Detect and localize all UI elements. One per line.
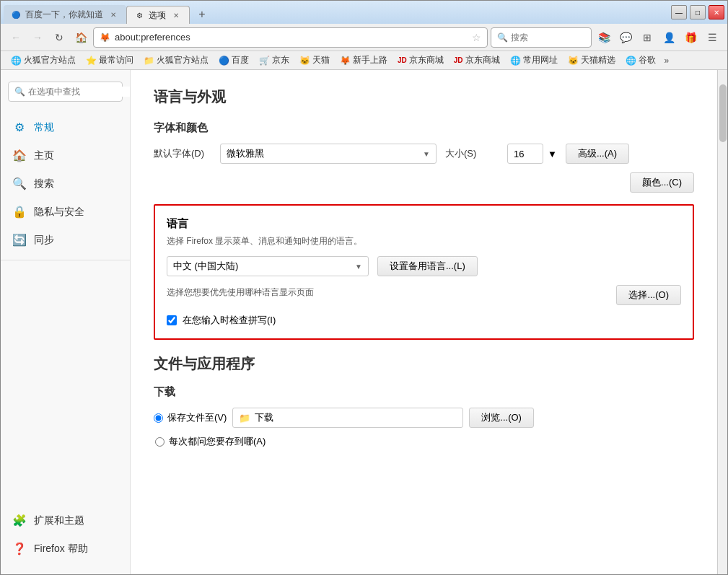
gift-icon[interactable]: 🎁	[681, 28, 700, 47]
sidebar-item-help[interactable]: ❓ Firefox 帮助	[1, 535, 130, 563]
sidebar-item-home-label: 主页	[34, 149, 54, 162]
bookmark-firefox-official[interactable]: 🌐 火狐官方站点	[6, 53, 80, 68]
sidebar-item-search[interactable]: 🔍 搜索	[1, 170, 130, 198]
search-input[interactable]	[511, 32, 576, 43]
back-button[interactable]: ←	[6, 28, 25, 47]
options-search-input[interactable]	[28, 87, 131, 97]
spellcheck-checkbox[interactable]	[167, 315, 177, 325]
tab-preferences[interactable]: ⚙ 选项 ✕	[126, 6, 190, 25]
bookmark-baidu-label: 百度	[232, 54, 249, 66]
bookmark-firefox-official-label: 火狐官方站点	[24, 54, 76, 66]
bookmark-newuser-label: 新手上路	[353, 54, 387, 66]
font-size-input[interactable]	[507, 144, 543, 164]
scroll-thumb[interactable]	[719, 84, 727, 142]
advanced-button[interactable]: 高级...(A)	[566, 144, 629, 164]
ask-each-radio[interactable]	[155, 437, 165, 447]
home-button[interactable]: 🏠	[71, 28, 90, 47]
bookmark-jdmall[interactable]: JD 京东商城	[393, 53, 448, 68]
search-in-options[interactable]: 🔍	[8, 82, 123, 102]
scrollbar[interactable]	[717, 70, 727, 574]
download-subsection-title: 下载	[154, 385, 694, 399]
tab-preferences-close[interactable]: ✕	[170, 10, 182, 22]
browse-button[interactable]: 浏览...(O)	[469, 408, 534, 428]
home-icon: 🏠	[12, 149, 27, 162]
tab-baidu-close[interactable]: ✕	[108, 9, 119, 20]
bookmark-google[interactable]: 🌐 谷歌	[621, 53, 660, 68]
sidebar-item-addons[interactable]: 🧩 扩展和主题	[1, 506, 130, 535]
language-select[interactable]: 中文 (中国大陆) ▼	[167, 256, 369, 276]
size-field: 大小(S) ▼	[445, 144, 557, 164]
sidebar-item-home[interactable]: 🏠 主页	[1, 141, 130, 170]
sidebar-item-general[interactable]: ⚙ 常规	[1, 113, 130, 141]
minimize-button[interactable]: —	[671, 5, 687, 19]
sidebar-item-general-label: 常规	[34, 121, 54, 134]
font-select[interactable]: 微软雅黑 ▼	[220, 144, 437, 164]
reload-button[interactable]: ↻	[50, 28, 69, 47]
apps-icon[interactable]: ⊞	[638, 28, 657, 47]
bookmark-jdmall2-icon: JD	[454, 56, 463, 64]
tab-baidu-label: 百度一下，你就知道	[25, 9, 103, 21]
close-button[interactable]: ✕	[709, 5, 724, 19]
bookmark-tmall-icon: 🐱	[299, 56, 310, 66]
search-bar[interactable]: 🔍	[491, 27, 592, 48]
language-box: 语言 选择 Firefox 显示菜单、消息和通知时使用的语言。 中文 (中国大陆…	[154, 204, 694, 340]
save-to-row: 保存文件至(V) 📁 下载 浏览...(O)	[154, 408, 694, 428]
save-to-label[interactable]: 保存文件至(V)	[154, 411, 227, 424]
sync-icon: 🔄	[12, 233, 27, 247]
tab-baidu[interactable]: 🔵 百度一下，你就知道 ✕	[4, 5, 126, 24]
chat-icon[interactable]: 💬	[616, 28, 635, 47]
choose-language-button[interactable]: 选择...(O)	[616, 285, 681, 305]
sidebar-divider	[1, 260, 130, 260]
bookmark-baidu[interactable]: 🔵 百度	[214, 53, 253, 68]
maximize-button[interactable]: □	[690, 5, 706, 19]
bookmark-jdmall2[interactable]: JD 京东商城	[449, 53, 504, 68]
language-box-desc: 选择 Firefox 显示菜单、消息和通知时使用的语言。	[167, 235, 681, 247]
bookmark-jd1-label: 京东	[272, 54, 289, 66]
sidebar-item-help-label: Firefox 帮助	[34, 543, 88, 556]
bookmark-firefox2[interactable]: 📁 火狐官方站点	[139, 53, 213, 68]
title-bar: 🔵 百度一下，你就知道 ✕ ⚙ 选项 ✕ + — □ ✕	[1, 1, 727, 24]
bookmark-tmall[interactable]: 🐱 天猫	[295, 53, 334, 68]
menu-icon[interactable]: ☰	[703, 28, 722, 47]
bookmark-jd1[interactable]: 🛒 京东	[255, 53, 294, 68]
tab-baidu-favicon: 🔵	[11, 9, 21, 19]
sidebar-item-privacy[interactable]: 🔒 隐私与安全	[1, 198, 130, 226]
sidebar-item-privacy-label: 隐私与安全	[34, 206, 84, 219]
size-arrow-icon: ▼	[548, 149, 557, 159]
new-tab-button[interactable]: +	[193, 5, 211, 24]
save-to-radio[interactable]	[154, 413, 163, 423]
bookmark-most-visited[interactable]: ⭐ 最常访问	[82, 53, 138, 68]
save-path-value: 下载	[255, 411, 273, 424]
spellcheck-row: 在您输入时检查拼写(I)	[167, 314, 681, 327]
forward-button[interactable]: →	[28, 28, 47, 47]
ask-each-text: 每次都问您要存到哪(A)	[169, 435, 266, 448]
main-area: 🔍 ⚙ 常规 🏠 主页 🔍 搜索 🔒 隐私与安全 🔄 同步	[1, 70, 727, 574]
nav-bar: ← → ↻ 🏠 🦊 about:preferences ☆ 🔍 📚 💬 ⊞ 👤 …	[1, 24, 727, 51]
page-language-row: 选择您想要优先使用哪种语言显示页面 选择...(O)	[167, 285, 681, 305]
language-box-title: 语言	[167, 217, 681, 231]
sidebar-item-sync[interactable]: 🔄 同步	[1, 226, 130, 254]
bookmark-jdmall2-label: 京东商城	[465, 54, 500, 66]
ask-each-label[interactable]: 每次都问您要存到哪(A)	[155, 435, 266, 448]
folder-icon: 📁	[239, 413, 250, 423]
colors-button[interactable]: 颜色...(C)	[630, 172, 694, 193]
language-select-value: 中文 (中国大陆)	[173, 260, 238, 273]
size-label: 大小(S)	[445, 147, 503, 160]
colors-row: 颜色...(C)	[154, 172, 694, 193]
puzzle-icon: 🧩	[12, 514, 27, 527]
bookmark-firefox2-icon: 📁	[144, 56, 154, 66]
page-language-desc: 选择您想要优先使用哪种语言显示页面	[167, 286, 314, 299]
bookmark-newuser[interactable]: 🦊 新手上路	[336, 53, 392, 68]
bookmarks-more-button[interactable]: »	[662, 54, 672, 67]
bookmark-tmall2[interactable]: 🐱 天猫精选	[563, 53, 620, 68]
bookmark-common[interactable]: 🌐 常用网址	[506, 53, 562, 68]
spellcheck-label[interactable]: 在您输入时检查拼写(I)	[183, 314, 276, 327]
lock-icon: 🔒	[12, 205, 27, 219]
account-icon[interactable]: 👤	[659, 28, 678, 47]
address-bar[interactable]: 🦊 about:preferences ☆	[93, 27, 488, 48]
set-fallback-button[interactable]: 设置备用语言...(L)	[377, 256, 478, 276]
library-icon[interactable]: 📚	[595, 28, 613, 47]
bookmark-jdmall-label: 京东商城	[409, 54, 444, 66]
bookmark-star-icon[interactable]: ☆	[472, 32, 481, 43]
sidebar-item-sync-label: 同步	[34, 234, 54, 247]
